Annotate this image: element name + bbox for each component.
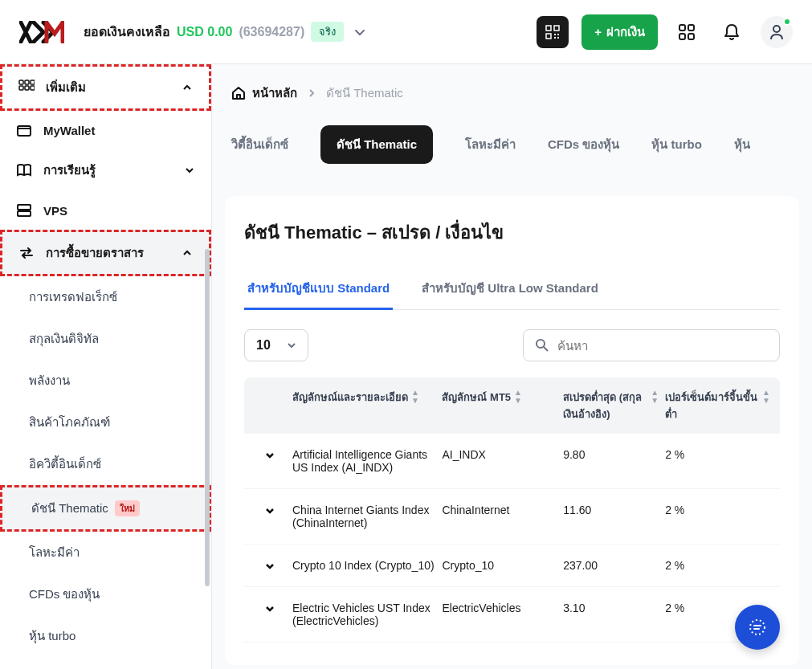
transfer-icon: [18, 245, 35, 261]
sidebar-label: MyWallet: [43, 124, 95, 137]
table-row: Crypto 10 Index (Crypto_10) Crypto_10 23…: [244, 545, 780, 587]
deposit-label: ฝากเงิน: [606, 22, 645, 42]
svg-rect-2: [546, 34, 551, 39]
cell-symbol: Artificial Intelligence Giants US Index …: [292, 448, 435, 474]
sidebar-sub-equity-index[interactable]: อิควิตี้อินเด็กซ์: [0, 443, 211, 485]
cell-symbol: Crypto 10 Index (Crypto_10): [292, 559, 435, 572]
sidebar-sub-commodities[interactable]: สินค้าโภคภัณฑ์: [0, 402, 211, 443]
account-type-badge: จริง: [311, 22, 344, 42]
category-tabs: วิตี้อินเด็กซ์ ดัชนี Thematic โลหะมีค่า …: [225, 119, 799, 170]
sidebar-item-mywallet[interactable]: MyWallet: [0, 111, 211, 149]
tab-thematic[interactable]: ดัชนี Thematic: [320, 125, 433, 164]
sidebar-item-trading[interactable]: การซื้อขายตราสาร: [0, 230, 211, 276]
expand-toggle[interactable]: [254, 504, 286, 516]
apps-icon[interactable]: [671, 16, 703, 48]
plus-icon: +: [594, 25, 602, 39]
account-dropdown[interactable]: [350, 22, 369, 42]
sidebar-item-learning[interactable]: การเรียนรู้: [0, 149, 211, 191]
table-row: China Internet Giants Index (ChinaIntern…: [244, 489, 780, 545]
sidebar-sub-metals[interactable]: โลหะมีค่า: [0, 532, 211, 573]
cell-mt5: Crypto_10: [442, 559, 557, 572]
th-spread[interactable]: สเปรดต่ำสุด (สกุลเงินอ้างอิง)▲▼: [563, 389, 659, 422]
cell-symbol: China Internet Giants Index (ChinaIntern…: [292, 504, 435, 529]
svg-rect-0: [546, 26, 551, 31]
chat-fab[interactable]: [735, 605, 780, 650]
svg-rect-6: [557, 37, 559, 39]
svg-rect-4: [557, 34, 559, 35]
wallet-icon: [16, 122, 32, 138]
chevron-up-icon: [182, 247, 193, 259]
svg-point-22: [750, 620, 765, 634]
svg-rect-16: [31, 86, 35, 90]
search-input[interactable]: [557, 339, 768, 353]
card-title: ดัชนี Thematic – สเปรด / เงื่อนไข: [244, 218, 780, 247]
tab-equity-index[interactable]: วิตี้อินเด็กซ์: [231, 125, 288, 164]
svg-rect-14: [19, 86, 23, 90]
sidebar-sub-energy[interactable]: พลังงาน: [0, 360, 211, 402]
expand-toggle[interactable]: [254, 448, 286, 461]
spreads-card: ดัชนี Thematic – สเปรด / เงื่อนไข สำหรับ…: [225, 196, 799, 665]
scrollbar[interactable]: [205, 249, 210, 586]
sidebar-sub-stocks[interactable]: หุ้น: [0, 657, 211, 669]
main-content: หน้าหลัก ดัชนี Thematic วิตี้อินเด็กซ์ ด…: [212, 64, 812, 669]
sidebar-sub-forex[interactable]: การเทรดฟอเร็กซ์: [0, 276, 211, 318]
header-right: + ฝากเงิน: [537, 14, 793, 50]
cell-symbol: Electric Vehicles UST Index (ElectricVeh…: [292, 602, 435, 627]
svg-rect-12: [19, 80, 23, 84]
svg-point-11: [773, 26, 780, 32]
sidebar-sub-turbo[interactable]: หุ้น turbo: [0, 615, 211, 657]
cell-margin: 2 %: [665, 448, 770, 461]
page-size-select[interactable]: 10: [244, 329, 308, 361]
cell-spread: 11.60: [563, 504, 659, 516]
table-header: สัญลักษณ์และรายละเอียด▲▼ สัญลักษณ์ MT5▲▼…: [244, 377, 780, 434]
expand-toggle[interactable]: [254, 559, 286, 572]
breadcrumb-current: ดัชนี Thematic: [326, 84, 403, 103]
svg-rect-13: [25, 80, 29, 84]
sort-icon: ▲▼: [411, 389, 419, 405]
grid-icon: [18, 80, 35, 96]
inner-tab-ultra-low[interactable]: สำหรับบัญชี Ultra Low Standard: [418, 269, 602, 309]
deposit-button[interactable]: + ฝากเงิน: [581, 14, 658, 50]
th-margin[interactable]: เปอร์เซ็นต์มาร์จิ้นขั้นต่ำ▲▼: [665, 389, 770, 422]
svg-rect-15: [25, 86, 29, 90]
svg-rect-18: [18, 126, 31, 136]
chevron-down-icon: [287, 341, 296, 350]
expand-toggle[interactable]: [254, 602, 286, 614]
th-symbol[interactable]: สัญลักษณ์และรายละเอียด▲▼: [292, 389, 435, 422]
sidebar-label: VPS: [43, 204, 67, 218]
breadcrumb-home[interactable]: หน้าหลัก: [231, 84, 297, 103]
sidebar-label: เพิ่มเติม: [46, 78, 86, 97]
th-mt5[interactable]: สัญลักษณ์ MT5▲▼: [442, 389, 557, 422]
sidebar-sub-cfds[interactable]: CFDs ของหุ้น: [0, 573, 211, 615]
logo: [19, 21, 64, 43]
sidebar-item-vps[interactable]: VPS: [0, 191, 211, 230]
sidebar-item-more[interactable]: เพิ่มเติม: [0, 64, 211, 111]
tab-metals[interactable]: โลหะมีค่า: [465, 125, 516, 164]
top-header: ยอดเงินคงเหลือ USD 0.00 (63694287) จริง …: [0, 0, 812, 64]
inner-tab-standard[interactable]: สำหรับบัญชีแบบ Standard: [244, 269, 393, 310]
table-row: Artificial Intelligence Giants US Index …: [244, 434, 780, 489]
chevron-up-icon: [182, 82, 193, 93]
svg-rect-19: [18, 205, 31, 210]
sort-icon: ▲▼: [651, 389, 659, 405]
status-dot: [783, 18, 791, 26]
sidebar-sub-thematic[interactable]: ดัชนี Thematic ใหม่: [0, 485, 211, 532]
spreads-table: สัญลักษณ์และรายละเอียด▲▼ สัญลักษณ์ MT5▲▼…: [244, 377, 780, 642]
cell-mt5: ChinaInternet: [442, 504, 557, 516]
breadcrumb: หน้าหลัก ดัชนี Thematic: [225, 84, 799, 119]
user-avatar[interactable]: [761, 16, 793, 48]
bell-icon[interactable]: [716, 16, 748, 48]
sidebar-sub-crypto[interactable]: สกุลเงินดิจิทัล: [0, 318, 211, 360]
search-box[interactable]: [523, 329, 780, 361]
svg-point-21: [537, 340, 545, 348]
tab-stocks[interactable]: หุ้น: [734, 125, 750, 164]
balance-amount: USD 0.00: [177, 25, 232, 39]
cell-margin: 2 %: [665, 504, 770, 516]
qr-icon-button[interactable]: [537, 16, 569, 48]
tab-cfds[interactable]: CFDs ของหุ้น: [548, 125, 619, 164]
sort-icon: ▲▼: [762, 389, 770, 405]
server-icon: [16, 202, 32, 218]
svg-rect-7: [679, 25, 685, 31]
tab-turbo[interactable]: หุ้น turbo: [651, 125, 702, 164]
balance-label: ยอดเงินคงเหลือ: [84, 22, 170, 42]
